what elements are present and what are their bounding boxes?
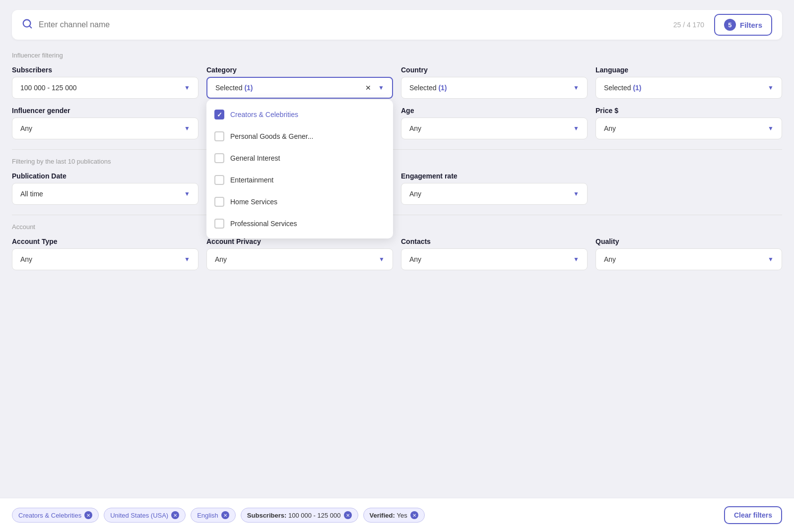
country-value: Selected (1): [409, 84, 447, 92]
gender-chevron: ▼: [184, 125, 190, 132]
language-value: Selected (1): [604, 84, 642, 92]
filters-button[interactable]: 5 Filters: [714, 14, 772, 36]
tag-verified-remove[interactable]: ✕: [410, 511, 418, 519]
account-privacy-value: Any: [215, 255, 227, 263]
quality-value: Any: [604, 255, 616, 263]
age-label: Age: [401, 107, 588, 115]
category-item-creators[interactable]: Creators & Celebrities: [206, 104, 393, 125]
publications-label: Filtering by the last 10 publications: [12, 158, 782, 165]
general-label: General Interest: [230, 154, 280, 162]
search-icon: [22, 18, 33, 32]
age-select[interactable]: Any ▼: [401, 118, 588, 139]
tag-english-text: English: [197, 512, 218, 519]
subscribers-group: Subscribers 100 000 - 125 000 ▼: [12, 66, 198, 99]
account-section: Account Account Type Any ▼ Account Priva…: [12, 223, 782, 270]
svg-line-1: [29, 26, 31, 28]
quality-label: Quality: [596, 237, 782, 245]
tag-verified[interactable]: Verified: Yes ✕: [363, 508, 425, 523]
account-privacy-select[interactable]: Any ▼: [206, 248, 393, 270]
country-label: Country: [401, 66, 588, 74]
contacts-select[interactable]: Any ▼: [401, 248, 588, 270]
age-chevron: ▼: [573, 125, 579, 132]
account-type-value: Any: [20, 255, 32, 263]
account-label: Account: [12, 223, 782, 231]
professional-checkbox[interactable]: [214, 219, 224, 229]
account-type-label: Account Type: [12, 237, 198, 245]
pubdate-group: Publication Date All time ▼: [12, 172, 198, 205]
pubdate-chevron: ▼: [184, 190, 190, 197]
tag-creators-remove[interactable]: ✕: [84, 511, 92, 519]
category-item-home[interactable]: Home Services: [206, 191, 393, 213]
price-group: Price $ Any ▼: [596, 107, 782, 139]
entertainment-checkbox[interactable]: [214, 175, 224, 185]
filters-label: Filters: [740, 21, 762, 29]
contacts-label: Contacts: [401, 237, 588, 245]
age-group: Age Any ▼: [401, 107, 588, 139]
category-item-professional[interactable]: Professional Services: [206, 213, 393, 235]
quality-select[interactable]: Any ▼: [596, 248, 782, 270]
engagement-chevron: ▼: [573, 190, 579, 197]
personal-checkbox[interactable]: [214, 131, 224, 141]
engagement-select[interactable]: Any ▼: [401, 183, 588, 205]
account-type-chevron: ▼: [184, 256, 190, 263]
account-privacy-group: Account Privacy Any ▼: [206, 237, 393, 270]
subscribers-chevron: ▼: [184, 84, 190, 91]
quality-group: Quality Any ▼: [596, 237, 782, 270]
category-value: Selected (1): [215, 84, 253, 92]
bottom-bar: Creators & Celebrities ✕ United States (…: [0, 498, 794, 532]
influencer-section: Influencer filtering Subscribers 100 000…: [12, 52, 782, 139]
gender-group: Influencer gender Any ▼: [12, 107, 198, 139]
search-count: 25 / 4 170: [673, 21, 704, 29]
clear-filters-button[interactable]: Clear filters: [724, 506, 782, 524]
home-checkbox[interactable]: [214, 197, 224, 207]
search-input[interactable]: [39, 20, 673, 29]
pubdate-label: Publication Date: [12, 172, 198, 180]
creators-checkbox[interactable]: [214, 110, 224, 119]
filters-badge: 5: [724, 19, 736, 31]
category-item-entertainment[interactable]: Entertainment: [206, 169, 393, 191]
publications-section: Filtering by the last 10 publications Pu…: [12, 158, 782, 205]
quality-chevron: ▼: [768, 256, 774, 263]
country-group: Country Selected (1) ▼: [401, 66, 588, 99]
general-checkbox[interactable]: [214, 153, 224, 163]
language-label: Language: [596, 66, 782, 74]
search-bar: 25 / 4 170 5 Filters: [12, 10, 782, 40]
tag-usa[interactable]: United States (USA) ✕: [104, 508, 186, 523]
category-select[interactable]: Selected (1) ✕ ▼: [206, 77, 393, 99]
gender-label: Influencer gender: [12, 107, 198, 115]
contacts-value: Any: [409, 255, 421, 263]
category-item-personal[interactable]: Personal Goods & Gener...: [206, 125, 393, 147]
tag-subscribers-remove[interactable]: ✕: [344, 511, 352, 519]
subscribers-select[interactable]: 100 000 - 125 000 ▼: [12, 77, 198, 99]
engagement-label: Engagement rate: [401, 172, 588, 180]
gender-select[interactable]: Any ▼: [12, 118, 198, 139]
language-chevron: ▼: [768, 84, 774, 91]
account-privacy-chevron: ▼: [379, 256, 385, 263]
contacts-chevron: ▼: [573, 256, 579, 263]
tag-english[interactable]: English ✕: [191, 508, 236, 523]
country-select[interactable]: Selected (1) ▼: [401, 77, 588, 99]
category-item-general[interactable]: General Interest: [206, 147, 393, 169]
engagement-value: Any: [409, 190, 421, 198]
price-value: Any: [604, 124, 616, 132]
contacts-group: Contacts Any ▼: [401, 237, 588, 270]
account-type-select[interactable]: Any ▼: [12, 248, 198, 270]
price-select[interactable]: Any ▼: [596, 118, 782, 139]
language-select[interactable]: Selected (1) ▼: [596, 77, 782, 99]
gender-value: Any: [20, 124, 32, 132]
subscribers-value: 100 000 - 125 000: [20, 84, 77, 92]
tag-usa-text: United States (USA): [110, 512, 168, 519]
tag-subscribers[interactable]: Subscribers: 100 000 - 125 000 ✕: [241, 508, 358, 523]
tag-english-remove[interactable]: ✕: [221, 511, 229, 519]
subscribers-label: Subscribers: [12, 66, 198, 74]
category-dropdown: Creators & Celebrities Personal Goods & …: [206, 100, 393, 238]
engagement-group: Engagement rate Any ▼: [401, 172, 588, 205]
tag-creators[interactable]: Creators & Celebrities ✕: [12, 508, 99, 523]
tag-usa-remove[interactable]: ✕: [171, 511, 179, 519]
professional-label: Professional Services: [230, 220, 297, 228]
category-clear[interactable]: ✕: [365, 84, 371, 92]
pubdate-select[interactable]: All time ▼: [12, 183, 198, 205]
price-label: Price $: [596, 107, 782, 115]
home-label: Home Services: [230, 198, 277, 206]
tag-verified-text: Verified: Yes: [370, 512, 407, 519]
